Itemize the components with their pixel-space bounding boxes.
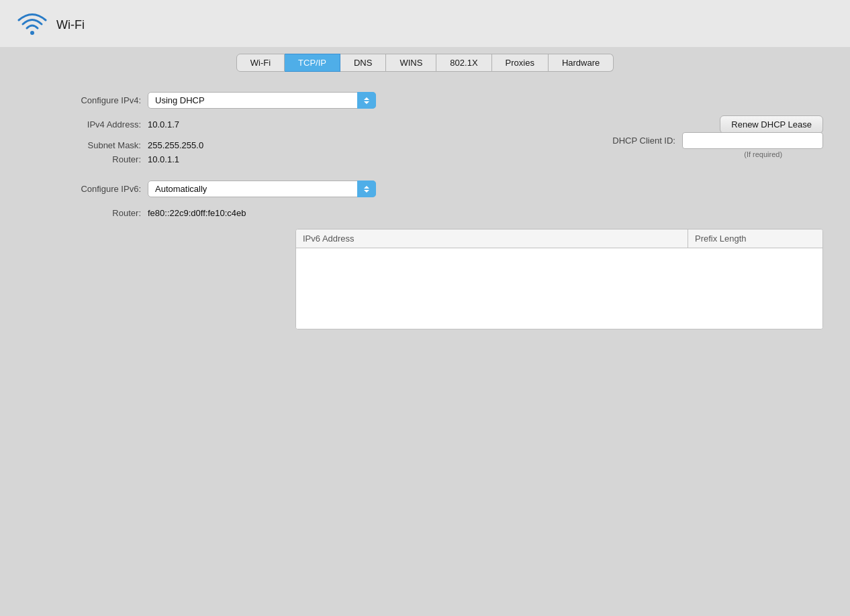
configure-ipv4-select[interactable]: Using DHCP (148, 92, 376, 109)
configure-ipv6-row: Configure IPv6: Automatically (27, 181, 823, 197)
tab-hardware[interactable]: Hardware (549, 54, 614, 72)
ipv6-address-table: IPv6 Address Prefix Length (295, 229, 823, 329)
dhcp-client-id-label: DHCP Client ID: (612, 136, 675, 146)
router-label: Router: (27, 154, 148, 164)
ipv6-table-row: IPv6 Address Prefix Length (27, 229, 823, 329)
ipv4-address-value: 10.0.1.7 (148, 119, 179, 130)
configure-ipv6-select-wrapper: Automatically (148, 181, 376, 197)
page-title: Wi-Fi (56, 18, 85, 32)
configure-ipv4-label: Configure IPv4: (27, 95, 148, 105)
router-value: 10.0.1.1 (148, 154, 179, 164)
tab-8021x[interactable]: 802.1X (436, 54, 491, 72)
tab-bar: Wi-Fi TCP/IP DNS WINS 802.1X Proxies Har… (0, 47, 850, 72)
svg-point-0 (30, 31, 34, 35)
main-content: Configure IPv4: Using DHCP IPv4 Address:… (0, 72, 850, 616)
dhcp-if-required: (If required) (619, 150, 830, 158)
configure-ipv6-label: Configure IPv6: (27, 184, 148, 194)
ipv4-address-label: IPv4 Address: (27, 119, 148, 130)
tab-proxies[interactable]: Proxies (492, 54, 549, 72)
renew-dhcp-button[interactable]: Renew DHCP Lease (720, 115, 823, 134)
ipv6-router-label: Router: (27, 208, 148, 218)
subnet-mask-row: Subnet Mask: 255.255.255.0 DHCP Client I… (27, 140, 823, 150)
ipv6-table-body (296, 248, 822, 329)
ipv4-address-row: IPv4 Address: 10.0.1.7 Renew DHCP Lease (27, 119, 823, 130)
subnet-mask-label: Subnet Mask: (27, 140, 148, 150)
header: Wi-Fi (0, 0, 850, 47)
ipv6-table-header: IPv6 Address Prefix Length (296, 229, 822, 248)
ipv6-prefix-column-header: Prefix Length (688, 229, 822, 248)
dhcp-client-id-input[interactable] (682, 132, 823, 149)
tab-wins[interactable]: WINS (386, 54, 436, 72)
ipv6-router-row: Router: fe80::22c9:d0ff:fe10:c4eb (27, 208, 823, 218)
ipv6-router-value: fe80::22c9:d0ff:fe10:c4eb (148, 208, 246, 218)
subnet-mask-value: 255.255.255.0 (148, 140, 203, 150)
tab-tcpip[interactable]: TCP/IP (285, 54, 340, 72)
wifi-icon (16, 12, 48, 38)
tab-wifi[interactable]: Wi-Fi (236, 54, 285, 72)
configure-ipv6-select[interactable]: Automatically (148, 181, 376, 197)
configure-ipv4-select-wrapper: Using DHCP (148, 92, 376, 109)
ipv6-address-column-header: IPv6 Address (296, 229, 688, 248)
form-section: Configure IPv4: Using DHCP IPv4 Address:… (27, 92, 823, 329)
configure-ipv4-row: Configure IPv4: Using DHCP (27, 92, 823, 109)
tab-dns[interactable]: DNS (340, 54, 386, 72)
